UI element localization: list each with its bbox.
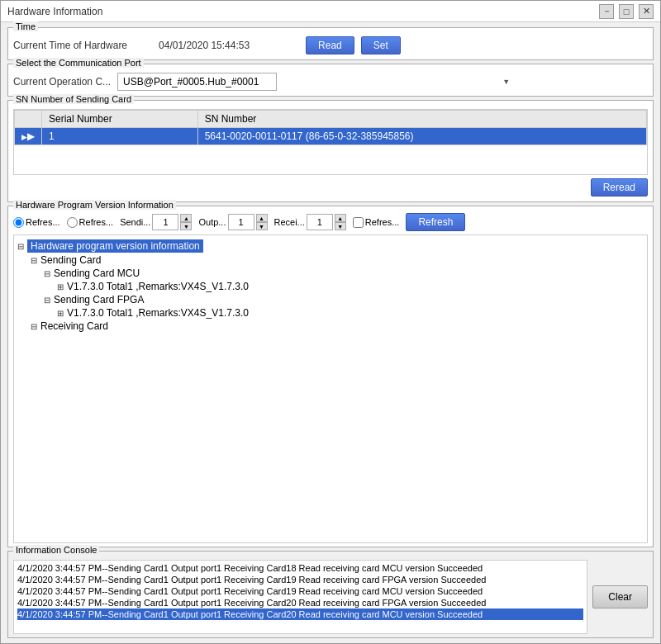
receiving-label: Recei... [274, 217, 305, 227]
main-window: Hardware Information － □ ✕ Time Current … [0, 0, 661, 644]
content-area: Time Current Time of Hardware 04/01/2020… [1, 22, 660, 643]
sn-table: Serial Number SN Number ▶15641-0020-0011… [14, 110, 647, 145]
time-section-label: Time [13, 21, 38, 31]
maximize-button[interactable]: □ [619, 4, 634, 19]
receiving-spinner-group: Recei... ▲ ▼ [274, 214, 346, 230]
time-row: Current Time of Hardware 04/01/2020 15:4… [13, 36, 648, 54]
tree-expand-icon[interactable]: ⊟ [31, 322, 40, 331]
tree-item-label: Sending Card FPGA [54, 294, 144, 305]
row-serial: 1 [42, 128, 198, 145]
radio-all-label: Refres... [26, 217, 60, 227]
output-spinner-btns: ▲ ▼ [256, 214, 268, 230]
console-section: Information Console 4/1/2020 3:44:57 PM-… [7, 551, 654, 638]
title-bar: Hardware Information － □ ✕ [1, 1, 660, 22]
hpv-section-label: Hardware Program Version Information [13, 200, 176, 210]
receiving-spinner[interactable] [307, 214, 333, 230]
sn-col-arrow [15, 111, 42, 128]
sending-down-btn[interactable]: ▼ [180, 222, 192, 230]
tree-item-label: V1.7.3.0 Total1 ,Remarks:VX4S_V1.7.3.0 [67, 307, 249, 319]
output-up-btn[interactable]: ▲ [256, 214, 268, 222]
port-label: Current Operation C... [13, 76, 111, 88]
tree-item[interactable]: ⊟ Sending Card [17, 253, 644, 267]
current-time-value: 04/01/2020 15:44:53 [159, 40, 274, 51]
tree-area: ⊟ Hardware program version information⊟ … [13, 234, 648, 543]
sn-table-area: Serial Number SN Number ▶15641-0020-0011… [13, 109, 648, 175]
receiving-down-btn[interactable]: ▼ [335, 222, 346, 230]
tree-expand-icon[interactable]: ⊞ [57, 282, 67, 291]
checkbox-label: Refres... [365, 217, 400, 227]
sn-section-label: SN Number of Sending Card [13, 94, 134, 104]
output-spinner-group: Outp... ▲ ▼ [198, 214, 267, 230]
console-log-line[interactable]: 4/1/2020 3:44:57 PM--Sending Card1 Outpu… [17, 597, 583, 608]
minimize-button[interactable]: － [599, 4, 614, 19]
tree-item[interactable]: ⊞ V1.7.3.0 Total1 ,Remarks:VX4S_V1.7.3.0 [17, 280, 644, 293]
set-button[interactable]: Set [361, 36, 401, 54]
checkbox-group: Refres... [353, 217, 400, 228]
hpv-section: Hardware Program Version Information Ref… [7, 206, 654, 547]
console-log-line[interactable]: 4/1/2020 3:44:57 PM--Sending Card1 Outpu… [17, 585, 583, 597]
sn-col-sn: SN Number [197, 111, 646, 128]
reread-button[interactable]: Reread [591, 178, 648, 197]
table-row[interactable]: ▶15641-0020-0011-0117 (86-65-0-32-385945… [15, 128, 647, 145]
window-title: Hardware Information [7, 6, 102, 17]
port-section: Select the Communication Port Current Op… [7, 64, 654, 97]
radio-group-1: Refres... [13, 217, 60, 228]
current-time-label: Current Time of Hardware [13, 40, 127, 51]
console-log-line[interactable]: 4/1/2020 3:44:57 PM--Sending Card1 Outpu… [17, 608, 583, 620]
refresh-button[interactable]: Refresh [406, 213, 465, 231]
hpv-controls: Refres... Refres... Sendi... ▲ ▼ Outp... [13, 213, 648, 231]
tree-item-label: Sending Card [40, 254, 101, 266]
tree-item-label: Hardware program version information [27, 239, 203, 253]
port-select[interactable]: USB@Port_#0005.Hub_#0001 [117, 73, 277, 91]
tree-expand-icon[interactable]: ⊞ [57, 309, 67, 318]
receiving-spinner-btns: ▲ ▼ [335, 214, 346, 230]
tree-item[interactable]: ⊟ Sending Card MCU [17, 267, 644, 280]
radio-specified[interactable] [67, 217, 78, 228]
tree-item[interactable]: ⊟ Sending Card FPGA [17, 293, 644, 306]
tree-item-label: V1.7.3.0 Total1 ,Remarks:VX4S_V1.7.3.0 [67, 281, 249, 292]
tree-item[interactable]: ⊞ V1.7.3.0 Total1 ,Remarks:VX4S_V1.7.3.0 [17, 306, 644, 320]
refresh-checkbox[interactable] [353, 217, 364, 228]
title-bar-controls: － □ ✕ [599, 4, 654, 19]
tree-expand-icon[interactable]: ⊟ [17, 242, 27, 251]
port-row: Current Operation C... USB@Port_#0005.Hu… [13, 73, 648, 91]
sending-spinner-group: Sendi... ▲ ▼ [120, 214, 192, 230]
output-down-btn[interactable]: ▼ [256, 222, 268, 230]
output-spinner[interactable] [228, 214, 254, 230]
sending-label: Sendi... [120, 217, 150, 227]
tree-item[interactable]: ⊟ Receiving Card [17, 320, 644, 333]
tree-expand-icon[interactable]: ⊟ [31, 256, 40, 265]
console-log: 4/1/2020 3:44:57 PM--Sending Card1 Outpu… [13, 560, 587, 634]
row-arrow-cell: ▶ [15, 128, 42, 145]
tree-item-label: Sending Card MCU [54, 268, 140, 279]
radio-all[interactable] [13, 217, 24, 228]
tree-item-label: Receiving Card [40, 320, 108, 332]
read-button[interactable]: Read [306, 36, 354, 54]
console-section-label: Information Console [13, 545, 99, 555]
close-button[interactable]: ✕ [639, 4, 654, 19]
tree-expand-icon[interactable]: ⊟ [44, 269, 54, 278]
console-log-line[interactable]: 4/1/2020 3:44:57 PM--Sending Card1 Outpu… [17, 574, 583, 585]
port-section-label: Select the Communication Port [13, 58, 144, 68]
console-buttons: Clear [592, 560, 648, 634]
clear-button[interactable]: Clear [592, 585, 648, 608]
sn-col-serial: Serial Number [42, 111, 198, 128]
reread-row: Reread [13, 178, 648, 197]
tree-expand-icon[interactable]: ⊟ [44, 296, 54, 305]
sn-section: SN Number of Sending Card Serial Number … [7, 100, 654, 202]
row-sn: 5641-0020-0011-0117 (86-65-0-32-38594585… [197, 128, 646, 145]
tree-item[interactable]: ⊟ Hardware program version information [17, 239, 644, 253]
receiving-up-btn[interactable]: ▲ [335, 214, 346, 222]
radio-specified-label: Refres... [79, 217, 114, 227]
console-inner: 4/1/2020 3:44:57 PM--Sending Card1 Outpu… [13, 560, 648, 634]
port-select-wrapper: USB@Port_#0005.Hub_#0001 [117, 73, 514, 91]
output-label: Outp... [198, 217, 226, 227]
sending-up-btn[interactable]: ▲ [180, 214, 192, 222]
sending-spinner[interactable] [152, 214, 178, 230]
radio-group-2: Refres... [67, 217, 114, 228]
console-log-line[interactable]: 4/1/2020 3:44:57 PM--Sending Card1 Outpu… [17, 562, 583, 574]
time-section: Time Current Time of Hardware 04/01/2020… [7, 27, 654, 60]
sending-spinner-btns: ▲ ▼ [180, 214, 192, 230]
